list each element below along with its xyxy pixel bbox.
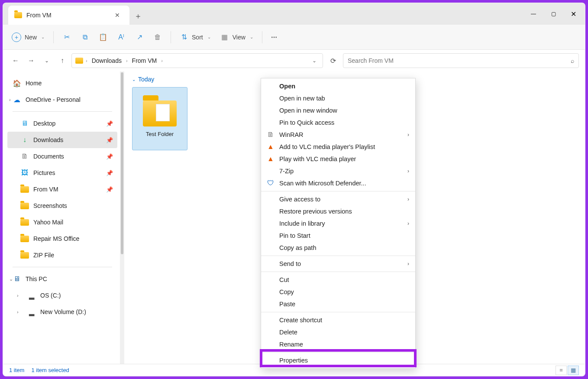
up-button[interactable]: ↑ [56,54,69,67]
chevron-right-icon: › [407,196,409,202]
sidebar-item-thispc[interactable]: ⌄🖥This PC [7,271,117,287]
navigation-row: ← → ⌄ ↑ › Downloads › From VM › ⌄ ⟳ ⌕ [3,50,585,71]
forward-button[interactable]: → [25,54,38,67]
close-tab-button[interactable]: ✕ [110,12,124,19]
pin-icon: 📌 [106,137,113,143]
trash-icon: 🗑 [153,33,162,42]
recent-dropdown[interactable]: ⌄ [40,54,53,67]
sort-button[interactable]: ⇅ Sort ⌄ [175,29,215,45]
separator [53,31,54,43]
ctx-include-library[interactable]: Include in library› [261,217,415,230]
address-bar[interactable]: › Downloads › From VM › ⌄ [71,53,323,68]
more-button[interactable]: ⋯ [267,29,282,45]
ctx-winrar[interactable]: 🗎WinRAR› [261,129,415,141]
scrollbar[interactable] [120,71,124,364]
ctx-paste[interactable]: Paste [261,298,415,310]
crumb-fromvm[interactable]: From VM [130,57,159,64]
sidebar-label: This PC [26,275,47,282]
search-box[interactable]: ⌕ [343,53,579,68]
sidebar-item-repair[interactable]: Repair MS Office [7,230,117,247]
new-tab-button[interactable]: ＋ [129,7,147,25]
ctx-defender-scan[interactable]: 🛡Scan with Microsoft Defender... [261,177,415,189]
vlc-icon: ▲ [266,155,275,163]
chevron-right-icon: › [9,97,11,102]
ctx-rename[interactable]: Rename [261,338,415,350]
sidebar-item-documents[interactable]: 🗎Documents📌 [7,148,117,165]
pin-icon: 📌 [106,153,113,160]
delete-button[interactable]: 🗑 [149,29,166,45]
sidebar-item-downloads[interactable]: ↓Downloads📌 [7,132,117,148]
ctx-send-to[interactable]: Send to› [261,258,415,270]
ctx-give-access[interactable]: Give access to› [261,193,415,205]
chevron-down-icon: ⌄ [207,35,211,39]
winrar-icon: 🗎 [266,131,275,139]
sidebar-item-onedrive[interactable]: ›☁OneDrive - Personal [7,91,117,108]
sidebar-label: Pictures [33,169,55,176]
view-toggle: ≡ ▦ [556,366,579,375]
crumb-downloads[interactable]: Downloads [90,57,123,64]
refresh-button[interactable]: ⟳ [326,53,340,68]
separator [262,31,262,43]
sidebar-item-nvd[interactable]: ›▂New Volume (D:) [7,304,117,320]
chevron-down-icon: ⌄ [132,77,136,82]
paste-button[interactable]: 📋 [94,29,112,45]
ctx-open-new-window[interactable]: Open in new window [261,104,415,117]
ctx-properties[interactable]: Properties [261,354,415,366]
address-dropdown[interactable]: ⌄ [310,58,319,64]
ctx-restore-versions[interactable]: Restore previous versions [261,205,415,217]
separator [261,312,415,312]
file-label: Test Folder [146,131,174,137]
search-input[interactable] [348,57,571,64]
sidebar-item-desktop[interactable]: 🖥Desktop📌 [7,115,117,132]
chevron-right-icon: › [407,220,409,227]
share-button[interactable]: ↗ [131,29,148,45]
ctx-pin-quick-access[interactable]: Pin to Quick access [261,117,415,129]
new-label: New [25,34,37,41]
search-icon: ⌕ [571,57,574,64]
view-label: View [233,34,246,41]
vlc-icon: ▲ [266,143,275,151]
status-count: 1 item [9,367,24,373]
folder-icon [20,203,29,209]
cut-button[interactable]: ✂ [58,29,75,45]
ctx-pin-start[interactable]: Pin to Start [261,230,415,242]
sidebar-item-zipfile[interactable]: ZIP File [7,247,117,263]
ctx-open-new-tab[interactable]: Open in new tab [261,92,415,104]
sidebar-item-osc[interactable]: ›▂OS (C:) [7,287,117,304]
tab-title: From VM [26,12,106,19]
ctx-create-shortcut[interactable]: Create shortcut [261,314,415,326]
sidebar-item-fromvm[interactable]: From VM📌 [7,181,117,198]
ctx-7zip[interactable]: 7-Zip› [261,165,415,177]
ctx-play-vlc[interactable]: ▲Play with VLC media player [261,153,415,165]
back-button[interactable]: ← [9,54,22,67]
tab-fromvm[interactable]: From VM ✕ [8,6,129,25]
folder-icon [14,12,22,18]
sidebar-item-pictures[interactable]: 🖼Pictures📌 [7,165,117,181]
close-window-button[interactable]: ✕ [563,5,583,23]
sidebar-label: Home [26,80,42,87]
maximize-button[interactable]: ▢ [543,5,563,23]
separator [261,352,415,353]
sidebar-item-yahoomail[interactable]: Yahoo Mail [7,214,117,230]
rename-button[interactable]: Aˡ [113,29,130,45]
file-item-test-folder[interactable]: Test Folder [132,87,187,150]
scrollbar-thumb[interactable] [121,72,123,254]
ctx-add-vlc-playlist[interactable]: ▲Add to VLC media player's Playlist [261,141,415,153]
new-button[interactable]: + New ⌄ [7,29,49,45]
ctx-copy-path[interactable]: Copy as path [261,242,415,254]
large-icons-view-button[interactable]: ▦ [568,366,579,375]
ctx-cut[interactable]: Cut [261,274,415,286]
sidebar-item-home[interactable]: 🏠Home [7,75,117,91]
sidebar-item-screenshots[interactable]: Screenshots [7,198,117,214]
details-view-button[interactable]: ≡ [556,366,567,375]
ctx-open[interactable]: Open [261,80,415,92]
folder-icon [143,100,177,126]
ctx-copy[interactable]: Copy [261,286,415,298]
download-icon: ↓ [20,136,29,144]
view-button[interactable]: ▦ View ⌄ [216,29,258,45]
separator [261,191,415,191]
desktop-icon: 🖥 [20,120,29,127]
copy-button[interactable]: ⧉ [76,29,94,45]
ctx-delete[interactable]: Delete [261,326,415,338]
minimize-button[interactable]: — [523,5,543,23]
